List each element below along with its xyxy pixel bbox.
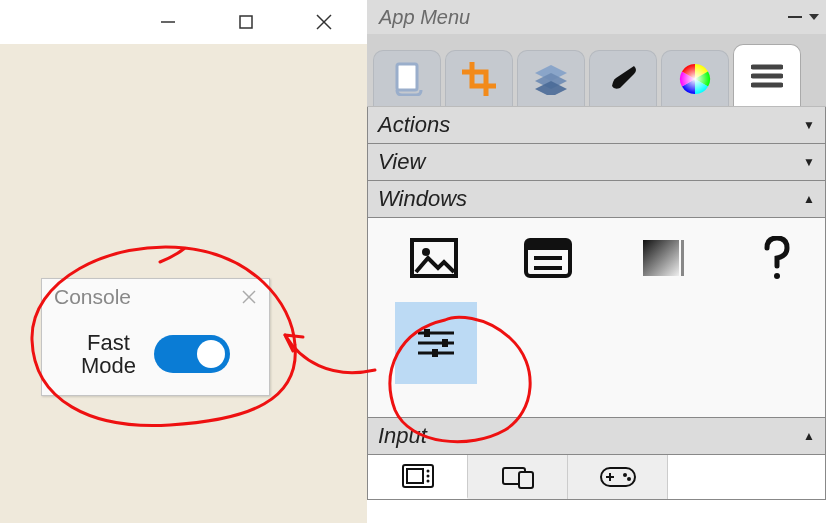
windows-section-content: [367, 218, 826, 418]
sliders-icon: [414, 323, 458, 363]
fast-mode-toggle[interactable]: [154, 335, 230, 373]
app-menu-title: App Menu: [379, 6, 470, 29]
svg-point-12: [680, 64, 710, 94]
tab-color[interactable]: [661, 50, 729, 106]
devices-icon: [501, 464, 535, 490]
svg-point-35: [426, 480, 429, 483]
svg-rect-1: [240, 16, 252, 28]
panel-minimize-icon[interactable]: [788, 10, 802, 24]
svg-rect-28: [442, 339, 448, 347]
layers-icon: [533, 63, 569, 95]
svg-point-24: [774, 273, 780, 279]
tab-strip: [367, 34, 826, 106]
svg-point-33: [426, 470, 429, 473]
svg-rect-32: [407, 469, 423, 483]
chevron-down-icon: ▼: [803, 155, 815, 169]
window-titlebar: [0, 0, 367, 44]
svg-point-17: [422, 248, 430, 256]
svg-point-41: [623, 473, 627, 477]
chevron-up-icon: ▲: [803, 429, 815, 443]
windows-item-list[interactable]: [520, 228, 576, 288]
menu-body: Actions ▼ View ▼ Windows ▲: [367, 106, 826, 523]
crop-icon: [462, 62, 496, 96]
toggle-knob: [197, 340, 225, 368]
svg-rect-19: [526, 240, 570, 250]
console-body: Fast Mode: [42, 315, 269, 393]
section-windows[interactable]: Windows ▲: [367, 180, 826, 218]
windows-item-preview[interactable]: [406, 228, 462, 288]
hamburger-icon: [751, 63, 783, 89]
minimize-button[interactable]: [129, 0, 207, 44]
svg-rect-22: [643, 240, 679, 276]
windows-item-help[interactable]: [749, 228, 805, 288]
gamepad-icon: [599, 466, 637, 488]
input-tabs: [367, 454, 826, 500]
input-tab-tablet[interactable]: [368, 455, 468, 499]
page-icon: [391, 62, 423, 96]
brush-icon: [606, 62, 640, 96]
console-title: Console: [54, 285, 131, 309]
svg-marker-7: [809, 14, 819, 20]
input-tab-gamepad[interactable]: [568, 455, 668, 499]
image-preview-icon: [410, 238, 458, 278]
section-view[interactable]: View ▼: [367, 143, 826, 181]
svg-rect-30: [432, 349, 438, 357]
svg-point-34: [426, 475, 429, 478]
chevron-up-icon: ▲: [803, 192, 815, 206]
svg-point-42: [627, 477, 631, 481]
help-icon: [759, 236, 795, 280]
svg-rect-37: [519, 472, 533, 488]
panel-menu-icon[interactable]: [808, 11, 820, 23]
close-icon[interactable]: [237, 285, 261, 309]
fast-mode-label: Fast Mode: [81, 331, 136, 377]
tab-brush[interactable]: [589, 50, 657, 106]
tab-menu[interactable]: [733, 44, 801, 106]
section-input[interactable]: Input ▲: [367, 417, 826, 455]
tablet-icon: [401, 463, 435, 489]
section-actions[interactable]: Actions ▼: [367, 106, 826, 144]
canvas-window: [0, 0, 367, 523]
app-menu-panel: App Menu: [367, 0, 826, 523]
maximize-button[interactable]: [207, 0, 285, 44]
color-wheel-icon: [678, 62, 712, 96]
tab-layers[interactable]: [517, 50, 585, 106]
app-menu-titlebar[interactable]: App Menu: [367, 0, 826, 34]
windows-item-console[interactable]: [395, 302, 477, 384]
input-tab-devices[interactable]: [468, 455, 568, 499]
console-titlebar[interactable]: Console: [42, 279, 269, 315]
console-panel[interactable]: Console Fast Mode: [41, 278, 270, 396]
svg-rect-8: [397, 64, 417, 90]
close-button[interactable]: [285, 0, 363, 44]
gradient-icon: [641, 238, 685, 278]
list-icon: [524, 238, 572, 278]
tab-page[interactable]: [373, 50, 441, 106]
svg-rect-23: [681, 240, 684, 276]
tab-crop[interactable]: [445, 50, 513, 106]
chevron-down-icon: ▼: [803, 118, 815, 132]
svg-rect-26: [424, 329, 430, 337]
windows-item-gradient[interactable]: [635, 228, 691, 288]
